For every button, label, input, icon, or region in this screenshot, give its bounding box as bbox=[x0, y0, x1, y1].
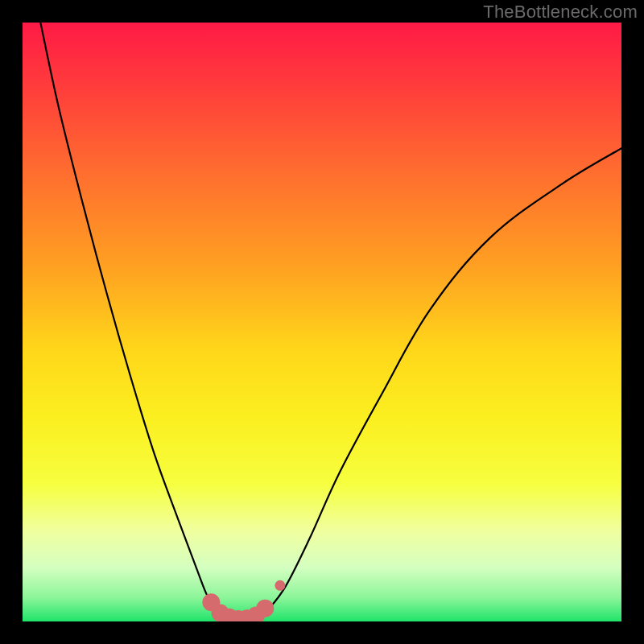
bottleneck-curve bbox=[40, 23, 621, 620]
watermark-text: TheBottleneck.com bbox=[483, 2, 638, 23]
chart-frame: TheBottleneck.com bbox=[0, 0, 644, 644]
chart-svg bbox=[23, 23, 621, 621]
plot-area bbox=[23, 23, 621, 621]
optimal-marker bbox=[256, 600, 274, 617]
optimal-marker bbox=[275, 580, 285, 591]
